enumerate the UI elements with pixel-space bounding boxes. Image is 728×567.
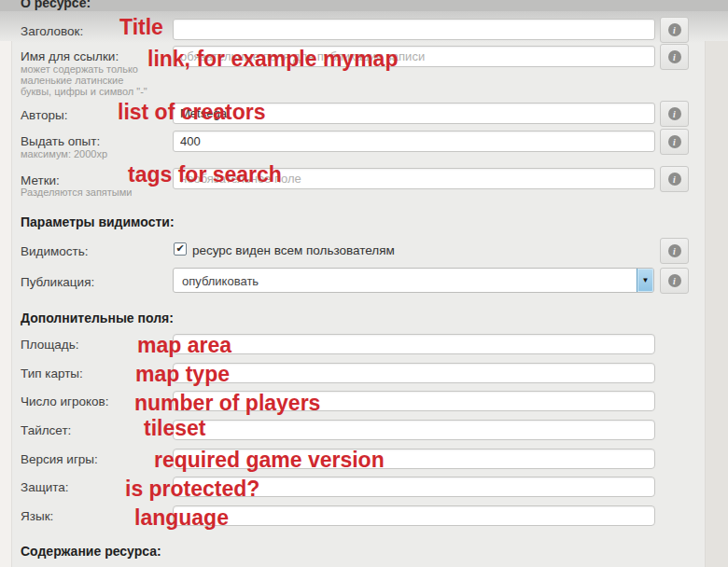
link-hint-line1: может содержать только xyxy=(21,63,138,76)
title-info-button[interactable]: i xyxy=(660,17,689,43)
protection-label: Защита: xyxy=(21,480,69,494)
section-header-visibility: Параметры видимости: xyxy=(21,214,175,229)
section-header-content: Содержание ресурса: xyxy=(21,544,161,559)
info-icon: i xyxy=(668,244,681,257)
right-margin xyxy=(705,41,728,567)
link-input[interactable] xyxy=(173,46,655,67)
publication-select[interactable]: опубликовать ▼ xyxy=(173,268,654,293)
language-input[interactable] xyxy=(173,505,655,526)
xp-label: Выдать опыт: xyxy=(21,134,100,148)
map-type-label: Тип карты: xyxy=(21,366,83,380)
publication-label: Публикация: xyxy=(21,275,94,289)
section-header-about-label: О ресурсе: xyxy=(21,0,91,10)
info-icon: i xyxy=(668,173,681,186)
section-header-additional: Дополнительные поля: xyxy=(21,311,174,325)
link-label: Имя для ссылки: xyxy=(21,49,119,63)
visibility-checkbox[interactable]: ✔ xyxy=(174,242,187,256)
link-hint-line3: буквы, цифры и символ "-" xyxy=(21,86,147,98)
authors-input[interactable] xyxy=(173,103,655,124)
authors-info-button[interactable]: i xyxy=(660,101,689,127)
authors-label: Авторы: xyxy=(21,108,67,122)
info-icon: i xyxy=(668,135,681,148)
link-hint-line2: маленькие латинские xyxy=(21,75,123,87)
xp-input[interactable] xyxy=(173,131,655,152)
map-type-input[interactable] xyxy=(173,363,655,383)
chevron-down-icon[interactable]: ▼ xyxy=(637,269,653,292)
xp-info-button[interactable]: i xyxy=(660,129,689,155)
players-input[interactable] xyxy=(173,391,655,411)
check-icon: ✔ xyxy=(175,243,184,254)
players-label: Число игроков: xyxy=(21,394,109,408)
tags-hint: Разделяются запятыми xyxy=(21,187,132,199)
xp-hint: максимум: 2000xp xyxy=(21,148,107,160)
area-label: Площадь: xyxy=(21,338,79,352)
area-input[interactable] xyxy=(173,334,655,354)
tags-input[interactable] xyxy=(173,168,655,189)
tags-info-button[interactable]: i xyxy=(660,166,689,192)
tileset-label: Тайлсет: xyxy=(21,423,71,437)
tags-label: Метки: xyxy=(21,173,60,187)
section-header-about: О ресурсе: xyxy=(0,0,728,11)
visibility-info-button[interactable]: i xyxy=(660,238,689,264)
protection-input[interactable] xyxy=(173,477,655,497)
visibility-label: Видимость: xyxy=(21,244,88,258)
visibility-checkbox-label: ресурс виден всем пользователям xyxy=(192,243,395,257)
info-icon: i xyxy=(668,274,681,287)
title-input[interactable] xyxy=(173,19,655,40)
link-info-button[interactable]: i xyxy=(660,44,689,70)
info-icon: i xyxy=(668,23,681,36)
publication-info-button[interactable]: i xyxy=(660,268,689,294)
publication-select-value: опубликовать xyxy=(182,274,259,288)
game-version-label: Версия игры: xyxy=(21,452,98,466)
info-icon: i xyxy=(668,50,681,63)
resource-edit-form: О ресурсе: Заголовок: i Имя для ссылки: … xyxy=(0,0,728,567)
tileset-input[interactable] xyxy=(173,420,655,440)
info-icon: i xyxy=(668,107,681,120)
game-version-input[interactable] xyxy=(173,449,655,469)
language-label: Язык: xyxy=(21,509,53,523)
left-margin xyxy=(0,41,12,567)
title-label: Заголовок: xyxy=(21,24,83,38)
